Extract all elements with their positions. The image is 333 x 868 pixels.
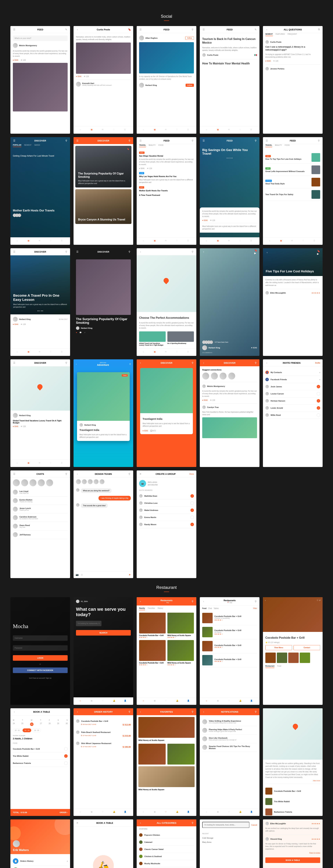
- compose-input[interactable]: What's on your mind?: [13, 36, 68, 41]
- close-icon[interactable]: ✕: [139, 472, 142, 475]
- map[interactable]: [137, 255, 196, 312]
- feed-articles-screen: ☰FEED✎ Tourism Is Back In Full Swing In …: [200, 26, 260, 134]
- feed-title: FEED: [15, 28, 65, 31]
- feed-list-thumbs: ☰FEED⚲ TRAVELBEAUTYFOOD NEWHow To Top Ti…: [263, 137, 323, 245]
- search-button[interactable]: SEARCH: [76, 630, 131, 636]
- map-pin[interactable]: [163, 277, 170, 284]
- bottom-nav: ⌂▦✉♡☰: [73, 126, 133, 134]
- iceberg-screen: ‹🔖 ▶ +37 have been here Herbert King♥ 90…: [200, 248, 260, 356]
- feed-compose-screen: ☰FEED✎ What's on your mind? Melvin Montg…: [10, 26, 70, 134]
- search-keyboard-screen: Cancel RECENT Cold Storage Mary Anna qwe…: [200, 819, 260, 868]
- username-input[interactable]: [13, 636, 68, 641]
- feed-author-screen: ☰FEED⚲ Allan HughesFollow In my capacity…: [137, 26, 196, 134]
- post-image[interactable]: [76, 42, 131, 74]
- compose-icon[interactable]: ✎: [65, 28, 68, 31]
- discover-orange-screen: ‹DISCOVER⚲ Travelagent India Maui helico…: [137, 359, 196, 467]
- feed-travel-screen: ☰FEED⚲ TRAVELBEAUTYFOOD NEW San Diego Va…: [137, 137, 196, 245]
- discover-overlay-screen: ☰DISCOVER⚲ POPULARNEWESTSAVED Getting Ch…: [10, 137, 70, 245]
- rate-link[interactable]: Rate & review: [265, 852, 320, 854]
- discover-dark-screen: ☰DISCOVER⚲ The Surprising Popularity Of …: [73, 248, 133, 356]
- upload-photo[interactable]: 📷: [139, 480, 146, 487]
- view-menu-button[interactable]: View Menu: [265, 645, 292, 650]
- book-table-button[interactable]: BOOK A TABLE: [265, 858, 320, 863]
- map-discover-screen: ‹⚲ Choose The Perfect Accommodations A r…: [137, 248, 196, 356]
- post-image[interactable]: [13, 63, 68, 112]
- invite-screen: ‹INVITE FRIENDSInvite 👤My Contacts› fFac…: [263, 359, 323, 467]
- login-button[interactable]: LOGIN: [13, 655, 68, 661]
- emoji-icon[interactable]: ☺: [80, 573, 83, 576]
- thank-you-screen: ✕BOOK A TABLE 🛵 Thank you! Your order is…: [73, 819, 133, 868]
- discover-cards-screen: ☰DISCOVER⚲ 🔖 The Surprising Popularity O…: [73, 137, 133, 245]
- search-icon[interactable]: ⚲: [191, 28, 194, 31]
- mocha-login-screen: Mocha LOGIN or CONNECT WITH FACEBOOK Don…: [10, 597, 70, 705]
- order-button[interactable]: ORDER ›: [60, 811, 68, 813]
- chat-detail-screen: ‹DESIGN TEAMS⚲ What are you doing this w…: [73, 470, 133, 578]
- create-group-screen: ✕CREATE A GROUPDone 📷Add a photoand desc…: [137, 470, 196, 578]
- filter-icon[interactable]: ⚗: [318, 28, 320, 31]
- book-table-screen: ‹BOOK A TABLE MTWTFSS 24252627282930 10 …: [10, 708, 70, 816]
- profile-screen: Erik Walters 📋Orders History› 💳Payment M…: [10, 819, 70, 868]
- feed-gas-screen: ☰FEED⚲ Big Savings On Gas While You Trav…: [200, 137, 260, 245]
- suggest-screen: ‹DISCOVER⚲ Suggest connections Melvin Mo…: [200, 359, 260, 467]
- done-button[interactable]: Done: [189, 473, 194, 475]
- avatar[interactable]: [13, 43, 18, 48]
- feed-post-screen: ‹Curtis Poole🔖 Namaskar, welcome to Incr…: [73, 26, 133, 134]
- mocha-search-screen: Hi, John What can we serve you today? SE…: [73, 597, 133, 705]
- post-image[interactable]: [139, 42, 194, 73]
- favorites-screen: ‹FAVORITES⚲ Wild Honey at Scotts Square …: [137, 708, 196, 816]
- follow-button[interactable]: Follow: [185, 36, 194, 40]
- restaurants-grid-screen: ‹Restaurants📍 Italy⚲ NearbyFavoritesHist…: [137, 597, 196, 705]
- filter-button[interactable]: Filter: [253, 608, 257, 609]
- notifications-screen: ‹NOTIFICATIONS⚲ Video Grilling A Healthy…: [200, 708, 260, 816]
- menu-icon[interactable]: ☰: [13, 28, 15, 31]
- discover-map-card: ☰DISCOVER⚲ Herbert King Global Travel An…: [10, 359, 70, 467]
- five-tips-screen: ‹🔖 ▶ Five Tips For Low Cost Holidays Cov…: [263, 248, 323, 356]
- contact-button[interactable]: Contact: [294, 645, 320, 650]
- search-input[interactable]: [76, 621, 101, 626]
- avatar[interactable]: [76, 82, 81, 87]
- discover-hero-screen: ☰DISCOVER⚲ Become A Travel Pro In One Ea…: [10, 248, 70, 356]
- section-social: Social: [3, 14, 330, 21]
- restaurant-about-screen: There's nothing quite like an outdoor gr…: [263, 708, 323, 816]
- chats-screen: ☰CHATS⚲ Lee LloydLast read 1hr Eunice Bu…: [10, 470, 70, 578]
- like-count[interactable]: ♥ 9046: [13, 59, 18, 61]
- camera-icon[interactable]: 📷: [76, 573, 78, 576]
- facebook-button[interactable]: CONNECT WITH FACEBOOK: [13, 668, 68, 673]
- back-icon[interactable]: ‹: [76, 28, 79, 31]
- view-count: 👁 128: [21, 59, 26, 61]
- bookmark-icon[interactable]: 🔖: [128, 28, 131, 31]
- menu-icon[interactable]: ☰: [139, 28, 142, 31]
- restaurants-filter-screen: ‹Restaurants📍 Italy⚲ FoodChatTablesFilte…: [200, 597, 260, 705]
- questions-screen: ‹ALL QUESTIONS⚗ NEWESTFEATUREDFREQUENT C…: [263, 26, 323, 134]
- reviews-detail-screen: Ellen McLaughlin★★★★★ As we evolved our …: [263, 819, 323, 868]
- password-input[interactable]: [13, 645, 68, 651]
- scooter-illustration: 🛵: [93, 855, 114, 868]
- adventure-screen: ‹WelcomeAdventure⚲ Travel Herbert King T…: [73, 359, 133, 467]
- section-restaurant: Restaurant: [3, 585, 330, 592]
- order-history-screen: ‹ORDER HISTORY⚲ Cocobolo Poolside Bar + …: [73, 708, 133, 816]
- invite-button[interactable]: Invite: [315, 362, 320, 364]
- restaurant-detail-screen: ‹♡ ↗ Cocobolo Poolside Bar + Grill ⭐ 3.5…: [263, 597, 323, 705]
- categories-screen: ‹ALL CATEGORIES⚲ STARTERS Popcorn Chicke…: [137, 819, 196, 868]
- send-icon[interactable]: ➤: [128, 573, 131, 576]
- cancel-button[interactable]: Cancel: [251, 824, 257, 826]
- search-field[interactable]: [202, 822, 249, 828]
